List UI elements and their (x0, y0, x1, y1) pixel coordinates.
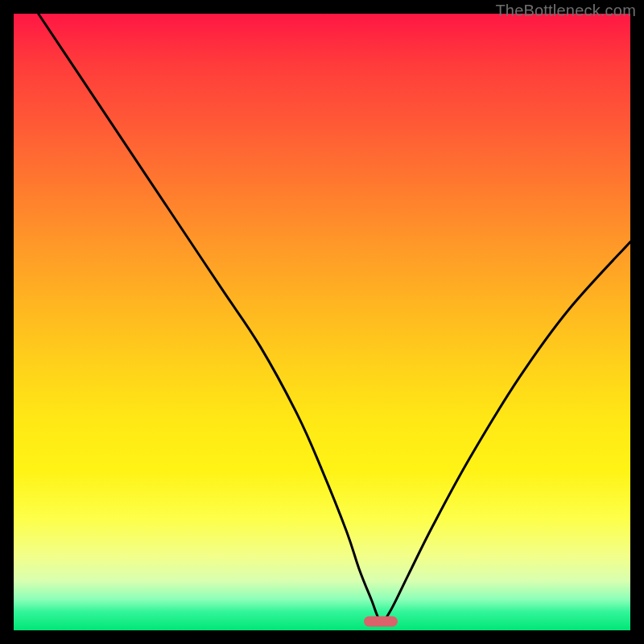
minimum-marker (364, 617, 398, 627)
watermark-text: TheBottleneck.com (495, 2, 636, 20)
chart-frame: TheBottleneck.com (0, 0, 644, 644)
curve-svg (14, 14, 630, 630)
plot-area (14, 14, 630, 630)
bottleneck-curve (39, 14, 630, 621)
